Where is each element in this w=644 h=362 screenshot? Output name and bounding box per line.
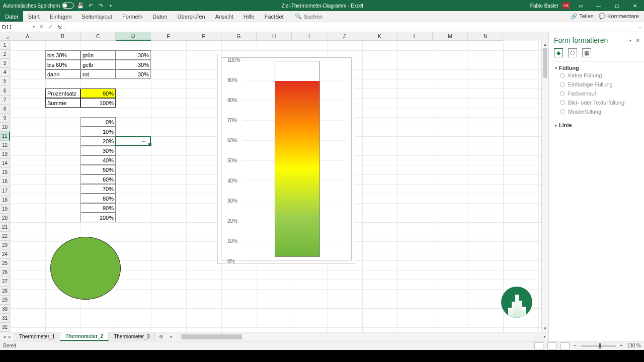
- row-header[interactable]: 28: [0, 287, 10, 296]
- row-header[interactable]: 7: [0, 96, 10, 105]
- comments-button[interactable]: 💬 Kommentare: [599, 13, 639, 20]
- scroll-up-icon[interactable]: ▲: [542, 41, 548, 48]
- column-header[interactable]: C: [80, 32, 116, 41]
- row-header[interactable]: 26: [0, 268, 10, 277]
- redo-icon[interactable]: ↷: [97, 2, 104, 9]
- page-layout-view-button[interactable]: [547, 342, 556, 349]
- cell-B6[interactable]: Prozentsatz: [45, 88, 80, 98]
- row-header[interactable]: 18: [0, 196, 10, 205]
- minimize-icon[interactable]: —: [592, 0, 606, 11]
- thermometer-bulb-shape[interactable]: [50, 237, 121, 300]
- row-header[interactable]: 9: [0, 114, 10, 123]
- column-header[interactable]: B: [45, 32, 80, 41]
- row-header[interactable]: 30: [0, 305, 10, 314]
- cell-C4[interactable]: rot: [80, 69, 116, 79]
- scroll-thumb[interactable]: [543, 48, 547, 78]
- cell-D2[interactable]: 30%: [116, 50, 151, 60]
- cell-C3[interactable]: gelb: [80, 60, 116, 69]
- row-header[interactable]: 10: [0, 123, 10, 132]
- row-header[interactable]: 24: [0, 250, 10, 259]
- row-header[interactable]: 32: [0, 323, 10, 332]
- fill-line-tab-icon[interactable]: ◆: [554, 48, 563, 57]
- zoom-out-button[interactable]: −: [574, 343, 577, 348]
- select-all-button[interactable]: [0, 32, 10, 41]
- column-header[interactable]: I: [292, 32, 327, 41]
- worksheet-grid[interactable]: 0%10%20%30%40%50%60%70%80%90%100% bis 30…: [10, 41, 541, 332]
- column-header[interactable]: G: [221, 32, 257, 41]
- cell-B2[interactable]: bis 30%: [45, 50, 80, 60]
- page-break-view-button[interactable]: [560, 342, 570, 349]
- column-header[interactable]: N: [468, 32, 503, 41]
- row-header[interactable]: 29: [0, 296, 10, 305]
- sheet-nav-first-icon[interactable]: ◂: [3, 334, 6, 339]
- row-header[interactable]: 15: [0, 168, 10, 177]
- thermometer-tube[interactable]: [275, 61, 320, 257]
- line-section-header[interactable]: ▸Linie: [555, 122, 638, 128]
- tab-einfuegen[interactable]: Einfügen: [45, 11, 76, 22]
- row-header[interactable]: 2: [0, 50, 10, 59]
- row-header[interactable]: 22: [0, 232, 10, 241]
- size-tab-icon[interactable]: ▦: [582, 48, 591, 57]
- fill-option[interactable]: Bild- oder Texturfüllung: [555, 98, 638, 107]
- cell-B3[interactable]: bis 60%: [45, 60, 80, 69]
- row-header[interactable]: 23: [0, 241, 10, 250]
- normal-view-button[interactable]: [534, 342, 543, 349]
- vertical-scrollbar[interactable]: ▲ ▼: [541, 41, 548, 332]
- cell-C16[interactable]: 70%: [80, 184, 116, 194]
- column-header[interactable]: F: [186, 32, 221, 41]
- ribbon-display-icon[interactable]: ▭: [574, 0, 588, 11]
- fill-option[interactable]: Musterfüllung: [555, 107, 638, 116]
- cell-C17[interactable]: 80%: [80, 194, 116, 203]
- fill-option[interactable]: Farbverlauf: [555, 89, 638, 98]
- panel-options-icon[interactable]: ▾: [629, 38, 631, 43]
- column-header[interactable]: E: [151, 32, 186, 41]
- zoom-level[interactable]: 130 %: [627, 343, 641, 348]
- search-box[interactable]: 🔍 Suchen: [289, 11, 323, 22]
- tab-seitenlayout[interactable]: Seitenlayout: [76, 11, 117, 22]
- qat-customize-icon[interactable]: ▾: [107, 2, 114, 9]
- cell-C11[interactable]: 20%: [80, 136, 116, 146]
- fx-icon[interactable]: fx: [55, 22, 64, 32]
- tab-hilfe[interactable]: Hilfe: [238, 11, 260, 22]
- sheet-tab[interactable]: Thermometer_3: [109, 332, 155, 341]
- tab-daten[interactable]: Daten: [147, 11, 172, 22]
- row-header[interactable]: 21: [0, 223, 10, 232]
- cell-C2[interactable]: grün: [80, 50, 116, 60]
- zoom-slider[interactable]: [581, 345, 616, 347]
- expand-formula-icon[interactable]: ⌄: [636, 25, 644, 29]
- cell-D4[interactable]: 30%: [116, 69, 151, 79]
- row-header[interactable]: 16: [0, 177, 10, 186]
- row-header[interactable]: 1: [0, 41, 10, 50]
- row-header[interactable]: 25: [0, 259, 10, 268]
- tab-start[interactable]: Start: [23, 11, 45, 22]
- cell-C10[interactable]: 10%: [80, 127, 116, 136]
- cell-C13[interactable]: 40%: [80, 155, 116, 165]
- hscroll-thumb[interactable]: [182, 334, 242, 339]
- row-header[interactable]: 6: [0, 86, 10, 95]
- row-header[interactable]: 27: [0, 277, 10, 286]
- cell-C14[interactable]: 50%: [80, 165, 116, 174]
- column-header[interactable]: D: [116, 32, 151, 41]
- column-header[interactable]: H: [257, 32, 292, 41]
- tab-datei[interactable]: Datei: [0, 11, 23, 22]
- fill-section-header[interactable]: ▾Füllung: [555, 65, 638, 71]
- undo-icon[interactable]: ↶: [87, 2, 94, 9]
- fill-option[interactable]: Keine Füllung: [555, 71, 638, 80]
- close-icon[interactable]: ✕: [628, 0, 642, 11]
- column-header[interactable]: K: [362, 32, 397, 41]
- cell-C18[interactable]: 90%: [80, 203, 116, 213]
- thermometer-chart[interactable]: 0%10%20%30%40%50%60%70%80%90%100%: [217, 54, 355, 264]
- row-header[interactable]: 11: [0, 132, 10, 141]
- add-sheet-button[interactable]: ⊕: [155, 332, 167, 341]
- column-header[interactable]: L: [397, 32, 433, 41]
- tab-ansicht[interactable]: Ansicht: [210, 11, 238, 22]
- column-header[interactable]: A: [10, 32, 45, 41]
- effects-tab-icon[interactable]: ⬠: [568, 48, 577, 57]
- tab-factset[interactable]: FactSet: [260, 11, 289, 22]
- column-header[interactable]: M: [433, 32, 468, 41]
- cell-C6[interactable]: 90%: [80, 88, 116, 98]
- row-header[interactable]: 17: [0, 187, 10, 196]
- maximize-icon[interactable]: ◻: [610, 0, 624, 11]
- row-header[interactable]: 3: [0, 59, 10, 68]
- horizontal-scrollbar[interactable]: ◂ ▸: [167, 332, 548, 341]
